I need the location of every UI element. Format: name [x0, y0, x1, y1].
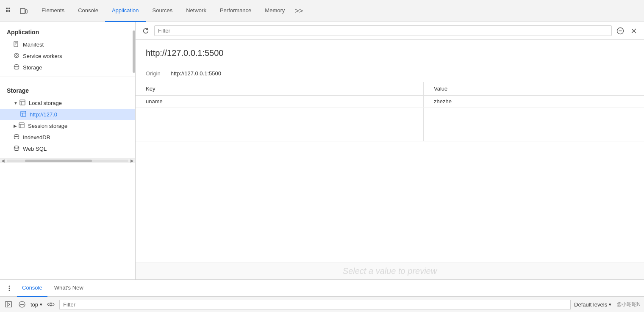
- svg-rect-0: [6, 8, 8, 9]
- svg-point-14: [14, 65, 19, 67]
- console-levels-select[interactable]: Default levels ▾: [574, 301, 611, 308]
- console-context-arrow: ▾: [40, 302, 42, 307]
- tab-network[interactable]: Network: [179, 0, 213, 22]
- svg-point-40: [50, 304, 52, 306]
- svg-point-35: [9, 290, 10, 291]
- top-tab-bar: Elements Console Application Sources Net…: [0, 0, 644, 22]
- filter-input[interactable]: [154, 25, 612, 36]
- console-context-label: top: [31, 301, 38, 308]
- sidebar-hscroll[interactable]: ◀ ▶: [0, 158, 135, 163]
- sidebar-item-service-workers[interactable]: Service workers: [0, 50, 135, 62]
- storage-app-icon: [14, 64, 19, 71]
- url-display: http://127.0.0.1:5500: [146, 48, 224, 58]
- select-hint-area: Select a value to preview: [136, 262, 644, 279]
- tab-console-bottom[interactable]: Console: [17, 280, 47, 297]
- kv-header-key: Key: [136, 82, 424, 95]
- more-tabs-button[interactable]: >>: [291, 0, 306, 22]
- console-tabs: Console What's New: [0, 280, 644, 297]
- sidebar-item-session-storage[interactable]: ▶ Session storage: [0, 120, 135, 132]
- filter-close-button[interactable]: [629, 26, 639, 36]
- console-menu-button[interactable]: [3, 282, 15, 294]
- local-storage-table-icon: [19, 99, 25, 107]
- sidebar-item-local-storage[interactable]: ▼ Local storage: [0, 97, 135, 109]
- console-levels-arrow: ▾: [609, 302, 611, 307]
- console-filter-input[interactable]: [59, 300, 571, 309]
- table-row[interactable]: uname zhezhe: [136, 96, 644, 108]
- sidebar-section-storage: Storage: [0, 80, 135, 97]
- console-clear-button[interactable]: [17, 299, 27, 309]
- sidebar-item-session-storage-label: Session storage: [28, 123, 67, 129]
- local-storage-url-table-icon: [20, 111, 26, 118]
- kv-table-body: uname zhezhe: [136, 96, 644, 262]
- svg-point-34: [9, 287, 10, 289]
- sidebar-item-local-storage-label: Local storage: [29, 100, 62, 106]
- svg-point-27: [14, 146, 19, 148]
- sidebar-vscroll[interactable]: [133, 22, 135, 274]
- devtools-icons: [3, 5, 30, 17]
- filter-refresh-button[interactable]: [141, 26, 151, 36]
- content-panel: http://127.0.0.1:5500 Origin http://127.…: [136, 22, 644, 279]
- svg-point-11: [16, 55, 17, 56]
- svg-rect-4: [20, 8, 25, 14]
- websql-icon: [14, 145, 19, 152]
- session-storage-table-icon: [19, 122, 25, 130]
- console-levels-label: Default levels: [574, 301, 607, 308]
- svg-rect-1: [8, 8, 10, 9]
- sidebar-item-local-storage-url[interactable]: http://127.0: [0, 109, 135, 120]
- local-storage-expand-icon: ▼: [14, 101, 18, 105]
- sidebar-item-manifest[interactable]: Manifest: [0, 39, 135, 50]
- tab-application[interactable]: Application: [105, 0, 146, 22]
- sidebar-item-indexeddb-label: IndexedDB: [23, 134, 50, 141]
- tab-console[interactable]: Console: [71, 0, 105, 22]
- tab-elements[interactable]: Elements: [35, 0, 71, 22]
- sidebar-vscroll-thumb[interactable]: [133, 30, 135, 73]
- hscroll-thumb[interactable]: [25, 160, 92, 162]
- svg-rect-2: [6, 10, 8, 12]
- select-hint-text: Select a value to preview: [343, 266, 437, 276]
- tab-memory[interactable]: Memory: [258, 0, 291, 22]
- sidebar-item-indexeddb[interactable]: IndexedDB: [0, 132, 135, 143]
- sidebar-item-service-workers-label: Service workers: [23, 53, 62, 59]
- hscroll-track: [7, 160, 128, 162]
- hscroll-left-arrow[interactable]: ◀: [0, 158, 6, 163]
- main-area: Application Manifest: [0, 22, 644, 279]
- sidebar-item-manifest-label: Manifest: [23, 41, 44, 48]
- tab-whatsnew[interactable]: What's New: [49, 280, 89, 297]
- kv-header-value: Value: [424, 82, 644, 95]
- console-user-info: @小昭昭N: [616, 301, 641, 308]
- svg-rect-16: [20, 100, 25, 105]
- svg-rect-5: [25, 10, 27, 13]
- kv-table-header: Key Value: [136, 82, 644, 96]
- console-toolbar: top ▾ Default levels ▾ @小昭昭N: [0, 297, 644, 312]
- sidebar-section-application: Application: [0, 22, 135, 39]
- console-context-select[interactable]: top ▾: [31, 301, 42, 308]
- sidebar-item-websql[interactable]: Web SQL: [0, 143, 135, 155]
- filter-clear-icon[interactable]: [615, 26, 625, 36]
- cursor-icon[interactable]: [3, 5, 15, 17]
- svg-point-33: [9, 285, 10, 287]
- kv-cell-value-0: zhezhe: [424, 96, 644, 107]
- manifest-icon: [14, 41, 19, 48]
- svg-rect-36: [6, 302, 12, 307]
- url-header: http://127.0.0.1:5500: [136, 40, 644, 65]
- tab-performance[interactable]: Performance: [213, 0, 258, 22]
- kv-table: Key Value uname zhezhe: [136, 82, 644, 262]
- table-row-empty-1[interactable]: [136, 108, 644, 141]
- console-eye-button[interactable]: [46, 299, 56, 309]
- kv-cell-key-empty-1: [136, 108, 424, 141]
- sidebar-item-local-storage-url-label: http://127.0: [30, 111, 57, 118]
- sidebar-item-storage-app[interactable]: Storage: [0, 62, 135, 73]
- console-sidebar-toggle[interactable]: [3, 299, 14, 309]
- sidebar-item-websql-label: Web SQL: [23, 146, 47, 152]
- indexeddb-icon: [14, 134, 19, 141]
- bottom-console: Console What's New top ▾: [0, 279, 644, 312]
- filter-bar: [136, 22, 644, 40]
- svg-rect-22: [19, 123, 24, 128]
- origin-value: http://127.0.0.1:5500: [171, 70, 221, 77]
- svg-rect-19: [21, 111, 26, 116]
- sidebar-item-storage-label: Storage: [23, 64, 42, 71]
- device-toggle-icon[interactable]: [18, 5, 30, 17]
- svg-rect-3: [8, 10, 10, 12]
- svg-point-25: [14, 135, 19, 137]
- tab-sources[interactable]: Sources: [146, 0, 180, 22]
